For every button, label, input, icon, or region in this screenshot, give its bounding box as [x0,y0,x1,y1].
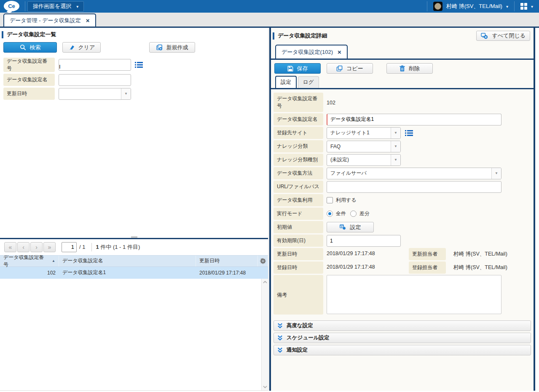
form-row-category: ナレッジ分類 FAQ ▼ [274,140,531,152]
select-value [59,88,121,99]
list-select-icon[interactable] [135,61,143,68]
category-type-select[interactable]: (未設定) ▼ [327,154,401,166]
select-caret-icon[interactable]: ▼ [391,155,400,165]
page-number-input[interactable] [62,242,77,252]
list-panel-header: データ収集設定一覧 [0,28,268,40]
section-schedule-settings[interactable]: スケジュール設定 [274,333,531,343]
gear-icon [260,258,266,264]
save-button[interactable]: 保存 [274,63,321,74]
delete-button[interactable]: 削除 [386,63,433,74]
grid-header: データ収集設定番号 ▲ データ収集設定名 更新日時 [0,255,268,267]
record-count-text: 件中 (1 - 1 件目) [99,244,140,250]
pager-last-button[interactable]: » [43,242,56,252]
search-button-row: 検索 クリア 新規作成 [0,40,268,55]
tab-close-icon[interactable]: × [86,17,90,24]
column-header-updated[interactable]: 更新日時 [196,256,258,267]
select-value: FAQ [327,141,391,152]
select-caret-icon[interactable]: ▼ [121,88,131,99]
field-label: データ収集方法 [274,167,323,179]
chevron-down-icon: ▾ [76,4,78,9]
mode-diff-radio[interactable] [350,211,357,217]
select-caret-icon[interactable]: ▼ [491,168,501,179]
site-list-icon[interactable] [405,130,413,136]
operation-select-label: 操作画面を選択 [33,3,71,10]
subtab-settings[interactable]: 設定 [275,76,297,88]
horizontal-splitter[interactable] [0,238,268,239]
subtab-log[interactable]: ログ [298,76,319,88]
apps-grid-icon[interactable] [520,3,527,10]
close-all-button[interactable]: すべて閉じる [476,31,530,41]
close-all-label: すべて閉じる [492,32,526,40]
form-row-method: データ収集方法 ファイルサーバ ▼ [274,167,531,179]
trash-icon [400,65,405,72]
form-row-category-type: ナレッジ分類種別 (未設定) ▼ [274,154,531,166]
list-panel: I データ収集設定一覧 検索 クリア 新規作成 データ収集設定番号 [0,28,268,391]
column-settings-button[interactable] [258,256,268,267]
column-header-name[interactable]: データ収集設定名 [59,256,196,267]
column-header-number[interactable]: データ収集設定番号 ▲ [0,256,59,267]
scroll-up-icon[interactable] [263,281,267,283]
pager-prev-button[interactable]: ‹ [17,242,29,252]
copy-button[interactable]: コピー [327,63,373,74]
field-label: 更新担当者 [409,248,446,260]
updated-date-select[interactable]: ▼ [59,88,131,100]
main-tabstrip: データ管理 - データ収集設定 × [0,13,539,28]
detail-panel-header: データ収集設定詳細 すべて閉じる [271,28,534,43]
detail-form: データ収集設定番号 102 データ収集設定名 登録先サイト ナレッジサイト1 ▼ [271,89,534,316]
eraser-icon [68,45,75,50]
tab-data-collection-settings[interactable]: データ管理 - データ収集設定 × [3,13,96,27]
form-row-site: 登録先サイト ナレッジサイト1 ▼ [274,127,531,139]
operation-select-button[interactable]: 操作画面を選択 ▾ [27,1,84,12]
search-button[interactable]: 検索 [3,42,57,53]
apps-chevron-down-icon[interactable]: ▾ [531,4,533,9]
field-label: 登録日時 [274,261,323,274]
field-label: 初期値 [274,221,323,233]
created-datetime: 2018/01/29 17:17:48 [327,261,405,270]
scroll-down-icon[interactable] [263,386,267,388]
form-row-remarks: 備考 [274,275,531,315]
user-menu-chevron-down-icon[interactable]: ▾ [506,4,508,9]
user-name: 村崎 博(SV、TEL/Mail) [446,3,502,10]
avatar[interactable] [433,2,442,11]
section-notification-settings[interactable]: 通知設定 [274,345,531,355]
detail-tab-102[interactable]: データ収集設定(102) × [275,45,348,59]
use-checkbox[interactable] [327,197,333,203]
category-select[interactable]: FAQ ▼ [327,141,401,152]
mode-all-label: 全件 [336,210,346,217]
setting-number-input[interactable] [59,59,131,71]
detail-tab-close-icon[interactable]: × [338,49,341,55]
section-label: 高度な設定 [287,322,313,329]
section-advanced-settings[interactable]: 高度な設定 [274,320,531,331]
form-row-name: データ収集設定名 [274,113,531,125]
save-icon [287,66,293,72]
mode-all-radio[interactable] [327,211,333,217]
record-count: 1 件中 (1 - 1 件目) [96,243,140,251]
site-select[interactable]: ナレッジサイト1 ▼ [327,127,401,139]
pager-next-button[interactable]: › [30,242,43,252]
setting-name-input[interactable] [327,114,501,125]
detail-subtabs: 設定 ログ [271,77,534,89]
updated-by: 村崎 博(SV、TEL/Mail) [453,248,507,258]
init-settings-button[interactable]: 設定 [327,222,374,232]
save-button-label: 保存 [297,65,308,72]
collection-method-select[interactable]: ファイルサーバ ▼ [327,168,501,179]
url-path-input[interactable] [327,181,501,193]
select-caret-icon[interactable]: ▼ [391,141,400,152]
collapsible-sections: 高度な設定 スケジュール設定 通知設定 [271,316,534,355]
table-row[interactable]: 102 データ収集設定名1 2018/01/29 17:17:48 [0,267,268,279]
search-button-label: 検索 [30,44,41,51]
grid-body [0,279,268,391]
setting-name-input[interactable] [59,74,131,86]
clear-button[interactable]: クリア [62,42,101,53]
create-button[interactable]: 新規作成 [149,42,195,53]
select-value: ファイルサーバ [327,168,491,179]
remarks-textarea[interactable] [327,275,501,314]
cell-updated: 2018/01/29 17:17:48 [196,267,258,279]
title-accent-bar [273,32,274,40]
vertical-scrollbar[interactable] [261,279,268,391]
select-caret-icon[interactable]: ▼ [391,128,400,139]
expire-days-input[interactable] [327,235,401,247]
pager-first-button[interactable]: « [4,242,16,252]
app-logo-icon[interactable]: Ce [4,1,19,11]
field-label: 備考 [274,275,323,315]
